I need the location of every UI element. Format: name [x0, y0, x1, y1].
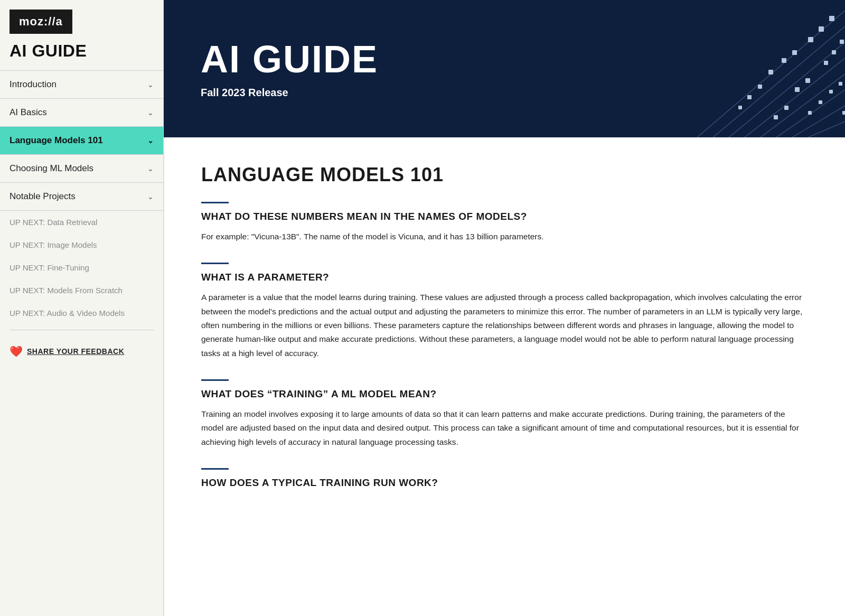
chevron-down-icon: ⌄	[147, 80, 154, 89]
svg-rect-25	[784, 106, 788, 110]
section-what-is-parameter: WHAT IS A PARAMETER?A parameter is a val…	[201, 263, 808, 360]
svg-rect-9	[829, 16, 834, 21]
sidebar-item-introduction[interactable]: Introduction⌄	[0, 70, 163, 98]
section-numbers-mean: WHAT DO THESE NUMBERS MEAN IN THE NAMES …	[201, 202, 808, 244]
section-body-what-is-parameter: A parameter is a value that the model le…	[201, 291, 808, 360]
chevron-down-icon: ⌄	[147, 136, 154, 145]
nav-item-label: Introduction	[10, 79, 57, 90]
main-content: AI GUIDE Fall 2023 Release	[164, 0, 845, 616]
section-heading-what-is-parameter: WHAT IS A PARAMETER?	[201, 272, 808, 283]
svg-rect-23	[819, 100, 822, 104]
section-divider	[201, 202, 229, 203]
nav-item-label: Language Models 101	[10, 135, 103, 146]
hero-title: AI GUIDE	[201, 39, 808, 80]
svg-rect-21	[839, 82, 842, 86]
section-divider	[201, 468, 229, 470]
up-next-item-image-models[interactable]: UP NEXT: Image Models	[0, 234, 163, 256]
svg-rect-27	[738, 106, 742, 109]
hero-subtitle: Fall 2023 Release	[201, 87, 808, 99]
svg-rect-28	[842, 111, 845, 115]
up-next-list: UP NEXT: Data RetrievalUP NEXT: Image Mo…	[0, 211, 163, 324]
feedback-link[interactable]: SHARE YOUR FEEDBACK	[27, 347, 124, 356]
chevron-down-icon: ⌄	[147, 108, 154, 117]
sidebar: moz://a AI GUIDE Introduction⌄AI Basics⌄…	[0, 0, 164, 616]
article-content: LANGUAGE MODELS 101 WHAT DO THESE NUMBER…	[164, 137, 845, 616]
up-next-item-models-from-scratch[interactable]: UP NEXT: Models From Scratch	[0, 279, 163, 302]
section-training-mean: WHAT DOES “TRAINING” A ML MODEL MEAN?Tra…	[201, 379, 808, 449]
sidebar-item-notable-projects[interactable]: Notable Projects⌄	[0, 182, 163, 211]
feedback-row: ❤️ SHARE YOUR FEEDBACK	[0, 335, 163, 367]
section-heading-training-run: HOW DOES A TYPICAL TRAINING RUN WORK?	[201, 477, 808, 489]
article-page-title: LANGUAGE MODELS 101	[201, 164, 808, 186]
sections-container: WHAT DO THESE NUMBERS MEAN IN THE NAMES …	[201, 202, 808, 489]
svg-rect-22	[829, 90, 833, 94]
section-body-numbers-mean: For example: "Vicuna-13B". The name of t…	[201, 230, 808, 244]
nav-item-label: Notable Projects	[10, 191, 76, 202]
up-next-item-fine-tuning[interactable]: UP NEXT: Fine-Tuning	[0, 256, 163, 279]
chevron-down-icon: ⌄	[147, 192, 154, 201]
sidebar-item-choosing-ml[interactable]: Choosing ML Models⌄	[0, 154, 163, 182]
mozilla-logo: moz://a	[10, 10, 72, 34]
section-body-training-mean: Training an model involves exposing it t…	[201, 407, 808, 449]
heart-icon: ❤️	[10, 345, 23, 358]
svg-rect-16	[824, 61, 828, 65]
svg-rect-26	[774, 115, 778, 119]
svg-rect-8	[819, 26, 824, 32]
hero-banner: AI GUIDE Fall 2023 Release	[164, 0, 845, 137]
sidebar-item-language-models[interactable]: Language Models 101⌄	[0, 126, 163, 154]
section-training-run: HOW DOES A TYPICAL TRAINING RUN WORK?	[201, 468, 808, 489]
sidebar-title: AI GUIDE	[0, 38, 163, 70]
nav-item-label: AI Basics	[10, 107, 47, 118]
svg-rect-24	[808, 111, 812, 115]
up-next-item-audio-video[interactable]: UP NEXT: Audio & Video Models	[0, 302, 163, 324]
up-next-item-data-retrieval[interactable]: UP NEXT: Data Retrieval	[0, 211, 163, 234]
chevron-down-icon: ⌄	[147, 164, 154, 173]
svg-line-4	[760, 74, 845, 137]
nav-item-label: Choosing ML Models	[10, 163, 93, 174]
section-divider	[201, 263, 229, 264]
svg-rect-10	[808, 37, 813, 42]
sidebar-divider	[10, 330, 154, 330]
section-heading-numbers-mean: WHAT DO THESE NUMBERS MEAN IN THE NAMES …	[201, 211, 808, 222]
svg-line-7	[808, 122, 845, 137]
section-heading-training-mean: WHAT DOES “TRAINING” A ML MODEL MEAN?	[201, 388, 808, 400]
svg-rect-14	[840, 40, 844, 44]
nav-items: Introduction⌄AI Basics⌄Language Models 1…	[0, 70, 163, 211]
svg-rect-15	[832, 50, 836, 54]
section-divider	[201, 379, 229, 381]
sidebar-item-ai-basics[interactable]: AI Basics⌄	[0, 98, 163, 126]
